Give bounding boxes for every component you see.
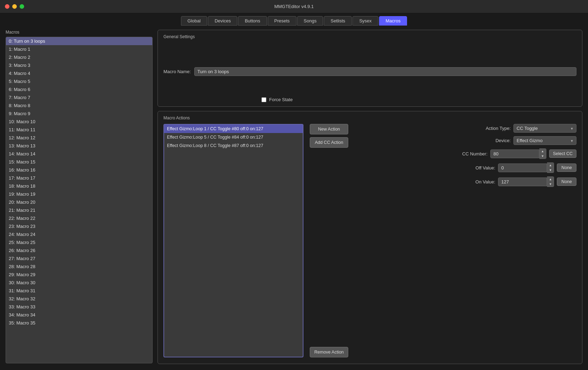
macro-item[interactable]: 20: Macro 20 [6, 198, 152, 206]
cc-number-spinners: ▲ ▼ [539, 148, 546, 159]
tab-songs[interactable]: Songs [297, 16, 323, 26]
on-value-input[interactable] [498, 177, 547, 186]
off-value-down[interactable]: ▼ [547, 168, 554, 173]
off-none-button[interactable]: None [557, 163, 576, 172]
action-item[interactable]: Effect Gizmo:Loop 5 / CC Toggle #84 off:… [164, 133, 303, 141]
tab-setlists[interactable]: Setlists [324, 16, 352, 26]
macro-item[interactable]: 16: Macro 16 [6, 166, 152, 174]
window-controls [5, 4, 24, 9]
select-cc-button[interactable]: Select CC [549, 149, 576, 158]
macro-item[interactable]: 12: Macro 12 [6, 134, 152, 142]
on-value-input-wrapper: ▲ ▼ [498, 176, 554, 187]
on-value-label: On Value: [464, 179, 495, 184]
new-action-button[interactable]: New Action [310, 124, 348, 134]
off-value-label: Off Value: [464, 165, 495, 170]
macro-item[interactable]: 29: Macro 29 [6, 271, 152, 279]
on-none-button[interactable]: None [557, 177, 576, 186]
tab-buttons[interactable]: Buttons [238, 16, 267, 26]
macro-item[interactable]: 6: Macro 6 [6, 85, 152, 93]
macro-item[interactable]: 4: Macro 4 [6, 69, 152, 77]
action-item[interactable]: Effect Gizmo:Loop 8 / CC Toggle #87 off:… [164, 141, 303, 150]
actions-content: Effect Gizmo:Loop 1 / CC Toggle #80 off:… [163, 124, 576, 357]
macro-item[interactable]: 24: Macro 24 [6, 230, 152, 238]
macro-item[interactable]: 26: Macro 26 [6, 246, 152, 254]
action-type-label: Action Type: [479, 126, 511, 131]
on-value-up[interactable]: ▲ [547, 177, 554, 182]
macro-item[interactable]: 30: Macro 30 [6, 279, 152, 287]
general-settings-panel: General Settings Macro Name: Force State [158, 30, 582, 107]
macro-item[interactable]: 22: Macro 22 [6, 214, 152, 222]
macro-item[interactable]: 23: Macro 23 [6, 222, 152, 230]
action-item[interactable]: Effect Gizmo:Loop 1 / CC Toggle #80 off:… [164, 125, 303, 133]
action-type-dropdown[interactable]: CC ToggleCC ValueNote OnNote OffProgram … [513, 124, 576, 133]
macro-item[interactable]: 15: Macro 15 [6, 158, 152, 166]
general-settings-label: General Settings [163, 34, 576, 39]
main-content: Macros 0: Turn on 3 loops1: Macro 12: Ma… [0, 26, 588, 368]
macro-item[interactable]: 3: Macro 3 [6, 61, 152, 69]
macro-item[interactable]: 9: Macro 9 [6, 110, 152, 118]
macro-item[interactable]: 5: Macro 5 [6, 77, 152, 85]
macro-actions-panel: Macro Actions Effect Gizmo:Loop 1 / CC T… [158, 111, 582, 364]
macro-item[interactable]: 7: Macro 7 [6, 93, 152, 102]
tab-devices[interactable]: Devices [208, 16, 237, 26]
app-title: MMGTEditor v4.9.1 [274, 4, 314, 9]
force-state-checkbox[interactable] [261, 97, 266, 102]
off-value-input-wrapper: ▲ ▼ [498, 162, 554, 173]
cc-number-label: CC Number: [456, 151, 488, 156]
macro-item[interactable]: 14: Macro 14 [6, 150, 152, 158]
off-value-row: Off Value: ▲ ▼ None [353, 162, 576, 173]
macro-item[interactable]: 11: Macro 11 [6, 126, 152, 134]
on-value-down[interactable]: ▼ [547, 182, 554, 187]
macro-item[interactable]: 17: Macro 17 [6, 174, 152, 182]
macro-item[interactable]: 18: Macro 18 [6, 182, 152, 190]
on-value-spinners: ▲ ▼ [547, 176, 554, 187]
macro-item[interactable]: 2: Macro 2 [6, 53, 152, 61]
force-state-row: Force State [261, 97, 576, 102]
macro-item[interactable]: 8: Macro 8 [6, 102, 152, 110]
right-panel: General Settings Macro Name: Force State… [158, 30, 582, 364]
off-value-up[interactable]: ▲ [547, 163, 554, 168]
add-cc-action-button[interactable]: Add CC Action [310, 137, 348, 148]
macro-item[interactable]: 10: Macro 10 [6, 118, 152, 126]
title-bar: MMGTEditor v4.9.1 [0, 0, 588, 13]
macro-item[interactable]: 13: Macro 13 [6, 142, 152, 150]
left-panel: Macros 0: Turn on 3 loops1: Macro 12: Ma… [6, 30, 153, 364]
macro-item[interactable]: 28: Macro 28 [6, 263, 152, 271]
macro-item[interactable]: 1: Macro 1 [6, 45, 152, 53]
device-dropdown[interactable]: Effect Gizmo [513, 136, 576, 145]
macro-name-row: Macro Name: [163, 67, 576, 76]
cc-number-input[interactable] [490, 149, 539, 158]
tab-macros[interactable]: Macros [379, 16, 407, 26]
maximize-button[interactable] [20, 4, 24, 9]
close-button[interactable] [5, 4, 9, 9]
on-value-row: On Value: ▲ ▼ None [353, 176, 576, 187]
minimize-button[interactable] [12, 4, 17, 9]
tab-sysex[interactable]: Sysex [352, 16, 378, 26]
macro-actions-label: Macro Actions [163, 116, 576, 120]
macro-item[interactable]: 31: Macro 31 [6, 287, 152, 295]
off-value-input[interactable] [498, 163, 547, 172]
macro-item[interactable]: 25: Macro 25 [6, 238, 152, 246]
macro-item[interactable]: 27: Macro 27 [6, 254, 152, 263]
device-row: Device: Effect Gizmo [353, 136, 576, 145]
remove-action-button[interactable]: Remove Action [310, 347, 348, 357]
macro-name-label: Macro Name: [163, 69, 191, 74]
cc-number-down[interactable]: ▼ [539, 154, 546, 159]
macro-item[interactable]: 34: Macro 34 [6, 311, 152, 319]
cc-number-up[interactable]: ▲ [539, 149, 546, 154]
macro-name-input[interactable] [194, 67, 576, 76]
action-type-row: Action Type: CC ToggleCC ValueNote OnNot… [353, 124, 576, 133]
macros-list[interactable]: 0: Turn on 3 loops1: Macro 12: Macro 23:… [6, 37, 153, 363]
actions-list[interactable]: Effect Gizmo:Loop 1 / CC Toggle #80 off:… [163, 124, 303, 357]
off-value-spinners: ▲ ▼ [547, 162, 554, 173]
action-type-dropdown-wrapper: CC ToggleCC ValueNote OnNote OffProgram … [513, 124, 576, 133]
macro-item[interactable]: 21: Macro 21 [6, 206, 152, 214]
macro-item[interactable]: 35: Macro 35 [6, 319, 152, 327]
force-state-label: Force State [269, 97, 293, 102]
macro-item[interactable]: 33: Macro 33 [6, 303, 152, 311]
tab-global[interactable]: Global [181, 16, 208, 26]
tab-presets[interactable]: Presets [268, 16, 296, 26]
macro-item[interactable]: 0: Turn on 3 loops [6, 37, 152, 45]
macro-item[interactable]: 19: Macro 19 [6, 190, 152, 198]
macro-item[interactable]: 32: Macro 32 [6, 295, 152, 303]
